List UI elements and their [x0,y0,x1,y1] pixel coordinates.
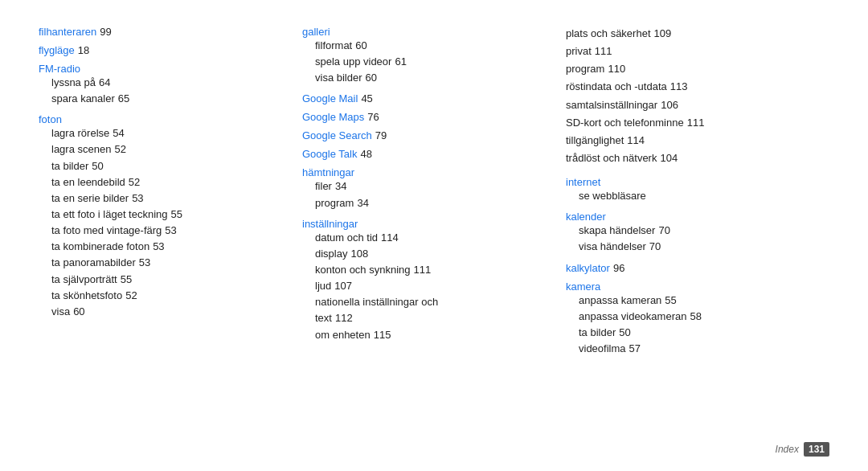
sub-label: visa [51,304,70,320]
index-entry: kalenderskapa händelser70visa händelser7… [566,211,829,255]
index-entry: kameraanpassa kameran55anpassa videokame… [566,281,829,358]
index-entry: internetse webbläsare [566,176,829,204]
entry-title: hämtningar [302,166,354,178]
plain-number: 106 [661,97,678,113]
entry-header: kamera [566,281,829,293]
footer-page: 131 [804,442,829,457]
sub-item: visa händelser70 [566,239,829,255]
entry-number: 76 [367,111,379,123]
page-footer: Index 131 [776,442,829,457]
sub-number: 64 [99,75,110,91]
sub-label: lagra rörelse [51,125,109,141]
sub-label: nationella inställningar och [315,294,438,310]
footer-label: Index [776,444,799,455]
sub-number: 53 [165,223,176,239]
sub-number: 112 [335,310,353,326]
plain-label: röstindata och -utdata [566,79,667,95]
column-3: plats och säkerhet109privat111program110… [566,26,829,445]
sub-number: 57 [629,341,641,357]
plain-label: tillgänglighet [566,133,624,149]
sub-number: 111 [414,262,432,278]
sub-label: filformat [315,38,352,54]
sub-number: 70 [649,239,661,255]
sub-number: 52 [129,174,140,190]
sub-item: ta självporträtt55 [39,272,302,288]
index-entry: filhanteraren99 [39,26,302,38]
sub-item: konton och synkning111 [302,262,566,278]
sub-number: 60 [355,38,366,54]
entry-header: kalender [566,211,829,223]
sub-number: 53 [153,239,164,255]
sub-item: anpassa kameran55 [566,293,829,309]
index-entry: Google Maps76 [302,111,566,123]
sub-item: videofilma57 [566,341,829,357]
sub-label: ta panoramabilder [51,255,136,271]
plain-number: 111 [595,43,612,59]
sub-number: 52 [114,141,125,158]
sub-label: konton och synkning [315,262,411,278]
entry-title: filhanteraren [39,26,96,38]
sub-item: display108 [302,246,566,262]
sub-label: ta ett foto i läget teckning [51,207,168,223]
sub-label: anpassa kameran [579,293,661,309]
sub-item: lagra scenen52 [39,141,302,158]
entry-header: flygläge18 [39,44,302,56]
sub-number: 50 [619,325,630,341]
entry-header: Google Talk48 [302,148,566,160]
sub-item: ta skönhetsfoto52 [39,288,302,304]
column-2: gallerifilformat60spela upp videor61visa… [302,26,566,445]
plain-item: tillgänglighet114 [566,133,829,149]
sub-number: 65 [118,91,129,107]
entry-header: Google Maps76 [302,111,566,123]
entry-title: flygläge [39,44,75,56]
index-entry: kalkylator96 [566,262,829,274]
plain-item: trådlöst och nätverk104 [566,150,829,166]
plain-number: 110 [608,61,625,77]
sub-label: ta foto med vintage-färg [51,223,162,239]
sub-item: visa bilder60 [302,70,566,86]
entry-header: Google Mail45 [302,92,566,104]
index-entry: fotonlagra rörelse54lagra scenen52ta bil… [39,113,302,320]
plain-number: 111 [687,115,705,131]
sub-item: om enheten115 [302,327,566,343]
sub-item: program34 [302,195,566,211]
sub-item: nationella inställningar ochtext112 [302,294,566,326]
sub-label: text [315,310,332,326]
index-entry: flygläge18 [39,44,302,56]
entry-header: foton [39,113,302,125]
plain-item: plats och säkerhet109 [566,26,829,42]
sub-number: 60 [366,70,377,86]
plain-label: samtalsinställningar [566,97,657,113]
entry-header: FM-radio [39,63,302,75]
entry-number: 79 [375,129,387,141]
sub-item: visa60 [39,304,302,320]
sub-label: ljud [315,278,331,294]
plain-label: program [566,61,604,77]
entry-title: inställningar [302,218,358,230]
index-entry: Google Mail45 [302,92,566,104]
sub-label: ta kombinerade foton [51,239,149,255]
sub-number: 60 [73,304,84,320]
page-content: filhanteraren99flygläge18FM-radiolyssna … [0,0,868,471]
entry-number: 18 [78,44,89,56]
sub-label: filer [315,178,332,195]
entry-header: hämtningar [302,166,566,178]
entry-title: foton [39,113,62,125]
plain-label: plats och säkerhet [566,26,651,42]
sub-number: 34 [335,178,346,195]
sub-label: ta en serie bilder [51,190,129,207]
sub-item: ta ett foto i läget teckning55 [39,207,302,223]
plain-label: trådlöst och nätverk [566,150,657,166]
sub-label: ta skönhetsfoto [51,288,122,304]
sub-item: datum och tid114 [302,230,566,246]
sub-item: filer34 [302,178,566,195]
sub-label: videofilma [579,341,626,357]
entry-title: kalkylator [566,262,610,274]
entry-header: internet [566,176,829,188]
sub-item: ta foto med vintage-färg53 [39,223,302,239]
entry-title: Google Talk [302,148,357,160]
sub-number: 108 [350,246,368,262]
sub-label: ta en leendebild [51,174,125,190]
sub-label: spela upp videor [315,54,391,70]
column-1: filhanteraren99flygläge18FM-radiolyssna … [39,26,302,445]
